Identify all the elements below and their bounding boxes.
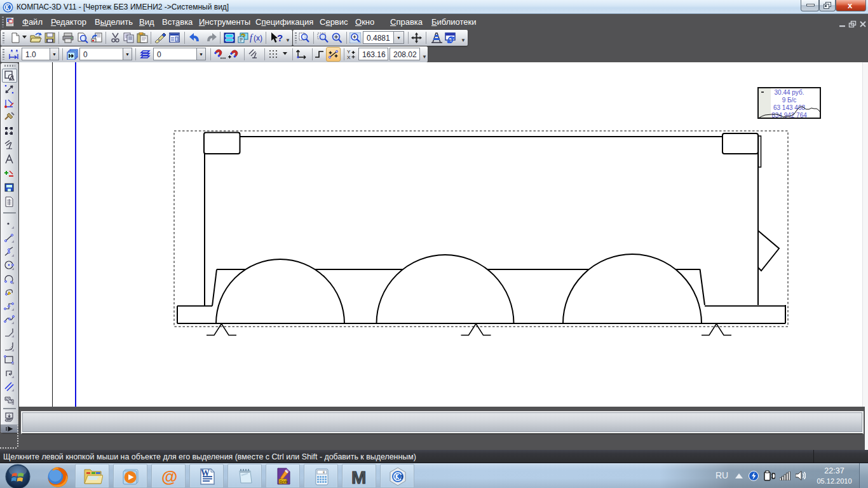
svg-text:W: W (201, 468, 210, 478)
svg-text:?: ? (277, 32, 283, 43)
svg-text:Y: Y (347, 49, 351, 55)
svg-text:DjVu: DjVu (280, 480, 288, 484)
svg-text:M: M (351, 468, 366, 487)
svg-text:(x): (x) (254, 34, 262, 43)
svg-text:X: X (347, 55, 351, 60)
svg-text:@: @ (161, 467, 177, 486)
svg-text:8: 8 (323, 471, 325, 475)
